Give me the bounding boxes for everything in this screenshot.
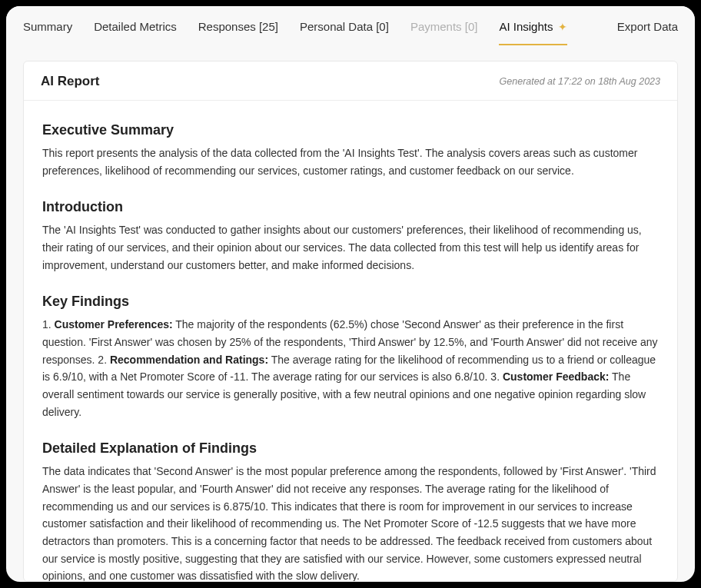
tab-bar: Summary Detailed Metrics Responses [25] … bbox=[6, 6, 695, 45]
tab-detailed-metrics[interactable]: Detailed Metrics bbox=[94, 20, 177, 45]
kf-label-1: Customer Preferences: bbox=[55, 318, 173, 331]
tab-ai-insights[interactable]: AI Insights ✦ bbox=[499, 20, 566, 45]
section-introduction: Introduction The 'AI Insights Test' was … bbox=[42, 199, 659, 274]
sparkle-icon: ✦ bbox=[558, 21, 567, 33]
kf-label-2: Recommendation and Ratings: bbox=[110, 354, 268, 366]
text-key-findings: 1. Customer Preferences: The majority of… bbox=[42, 316, 659, 420]
report-card: AI Report Generated at 17:22 on 18th Aug… bbox=[23, 61, 678, 582]
text-detailed-explanation: The data indicates that 'Second Answer' … bbox=[42, 463, 659, 581]
content-area: AI Report Generated at 17:22 on 18th Aug… bbox=[6, 45, 695, 582]
tab-responses[interactable]: Responses [25] bbox=[198, 20, 278, 45]
section-detailed-explanation: Detailed Explanation of Findings The dat… bbox=[42, 440, 659, 581]
report-generated-timestamp: Generated at 17:22 on 18th Aug 2023 bbox=[500, 76, 660, 87]
tab-ai-insights-label: AI Insights bbox=[499, 20, 553, 33]
kf-label-3: Customer Feedback: bbox=[503, 370, 609, 383]
report-card-header: AI Report Generated at 17:22 on 18th Aug… bbox=[24, 61, 677, 101]
kf-lead: 1. bbox=[42, 318, 55, 331]
tab-export-data[interactable]: Export Data bbox=[617, 20, 678, 45]
heading-key-findings: Key Findings bbox=[42, 294, 659, 310]
report-body[interactable]: Executive Summary This report presents t… bbox=[24, 101, 677, 581]
report-title: AI Report bbox=[41, 74, 100, 89]
app-window: Summary Detailed Metrics Responses [25] … bbox=[6, 6, 695, 582]
text-introduction: The 'AI Insights Test' was conducted to … bbox=[42, 221, 659, 274]
tab-personal-data[interactable]: Personal Data [0] bbox=[300, 20, 389, 45]
text-executive-summary: This report presents the analysis of the… bbox=[42, 145, 659, 179]
section-key-findings: Key Findings 1. Customer Preferences: Th… bbox=[42, 294, 659, 420]
heading-executive-summary: Executive Summary bbox=[42, 122, 659, 138]
heading-detailed-explanation: Detailed Explanation of Findings bbox=[42, 440, 659, 457]
section-executive-summary: Executive Summary This report presents t… bbox=[42, 122, 659, 179]
tab-summary[interactable]: Summary bbox=[23, 20, 72, 45]
tab-payments[interactable]: Payments [0] bbox=[410, 20, 478, 45]
heading-introduction: Introduction bbox=[42, 199, 659, 215]
